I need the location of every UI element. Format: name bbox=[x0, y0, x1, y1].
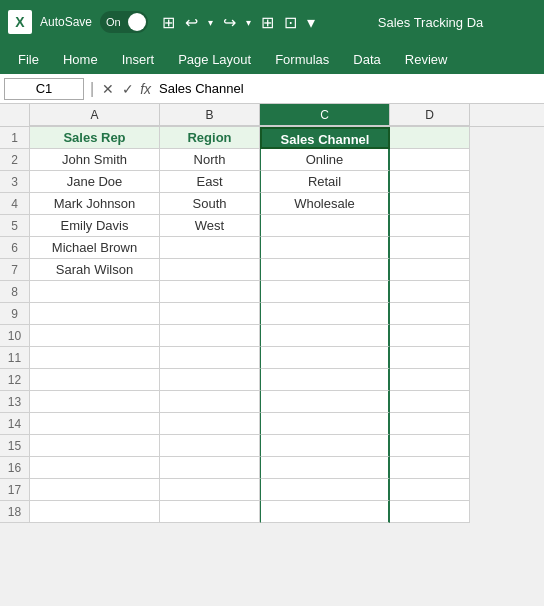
cell-D4[interactable] bbox=[390, 193, 470, 215]
cell-D15[interactable] bbox=[390, 435, 470, 457]
undo-icon[interactable]: ↩ bbox=[183, 11, 200, 34]
cell-A13[interactable] bbox=[30, 391, 160, 413]
undo-dropdown-icon[interactable]: ▾ bbox=[206, 15, 215, 30]
cell-B5[interactable]: West bbox=[160, 215, 260, 237]
cell-A3[interactable]: Jane Doe bbox=[30, 171, 160, 193]
cell-C14[interactable] bbox=[260, 413, 390, 435]
cell-C17[interactable] bbox=[260, 479, 390, 501]
confirm-icon[interactable]: ✓ bbox=[120, 81, 136, 97]
cell-C4[interactable]: Wholesale bbox=[260, 193, 390, 215]
cell-D8[interactable] bbox=[390, 281, 470, 303]
cell-A15[interactable] bbox=[30, 435, 160, 457]
col-header-C[interactable]: C bbox=[260, 104, 390, 126]
row-number: 8 bbox=[0, 281, 30, 303]
cell-C1[interactable]: Sales Channel bbox=[260, 127, 390, 149]
cell-C11[interactable] bbox=[260, 347, 390, 369]
cell-A14[interactable] bbox=[30, 413, 160, 435]
table-icon[interactable]: ⊞ bbox=[160, 11, 177, 34]
cell-D13[interactable] bbox=[390, 391, 470, 413]
cell-B10[interactable] bbox=[160, 325, 260, 347]
toggle-on-label: On bbox=[106, 16, 121, 28]
cell-B1[interactable]: Region bbox=[160, 127, 260, 149]
redo-icon[interactable]: ↪ bbox=[221, 11, 238, 34]
cell-D6[interactable] bbox=[390, 237, 470, 259]
more-icon[interactable]: ▾ bbox=[305, 11, 317, 34]
autosave-toggle[interactable]: On bbox=[100, 11, 148, 33]
cell-A16[interactable] bbox=[30, 457, 160, 479]
view-icon[interactable]: ⊡ bbox=[282, 11, 299, 34]
cell-D2[interactable] bbox=[390, 149, 470, 171]
ribbon-tab-formulas[interactable]: Formulas bbox=[265, 48, 339, 71]
cell-A5[interactable]: Emily Davis bbox=[30, 215, 160, 237]
cell-B11[interactable] bbox=[160, 347, 260, 369]
redo-dropdown-icon[interactable]: ▾ bbox=[244, 15, 253, 30]
cell-A1[interactable]: Sales Rep bbox=[30, 127, 160, 149]
formula-input[interactable] bbox=[155, 81, 540, 96]
ribbon-tab-file[interactable]: File bbox=[8, 48, 49, 71]
cell-B3[interactable]: East bbox=[160, 171, 260, 193]
cell-A11[interactable] bbox=[30, 347, 160, 369]
ribbon-tab-page layout[interactable]: Page Layout bbox=[168, 48, 261, 71]
cell-D9[interactable] bbox=[390, 303, 470, 325]
cell-D1[interactable] bbox=[390, 127, 470, 149]
cell-C15[interactable] bbox=[260, 435, 390, 457]
cell-reference-box[interactable] bbox=[4, 78, 84, 100]
ribbon-tab-home[interactable]: Home bbox=[53, 48, 108, 71]
cell-B2[interactable]: North bbox=[160, 149, 260, 171]
cell-C18[interactable] bbox=[260, 501, 390, 523]
cell-A6[interactable]: Michael Brown bbox=[30, 237, 160, 259]
cell-B12[interactable] bbox=[160, 369, 260, 391]
cell-A9[interactable] bbox=[30, 303, 160, 325]
cell-D14[interactable] bbox=[390, 413, 470, 435]
cell-D5[interactable] bbox=[390, 215, 470, 237]
table-row: 17 bbox=[0, 479, 544, 501]
cell-B8[interactable] bbox=[160, 281, 260, 303]
cell-B6[interactable] bbox=[160, 237, 260, 259]
cell-A12[interactable] bbox=[30, 369, 160, 391]
cell-C12[interactable] bbox=[260, 369, 390, 391]
cell-B13[interactable] bbox=[160, 391, 260, 413]
cell-C10[interactable] bbox=[260, 325, 390, 347]
cell-D17[interactable] bbox=[390, 479, 470, 501]
cell-A18[interactable] bbox=[30, 501, 160, 523]
col-header-B[interactable]: B bbox=[160, 104, 260, 126]
ribbon-tab-insert[interactable]: Insert bbox=[112, 48, 165, 71]
cell-C13[interactable] bbox=[260, 391, 390, 413]
cell-D18[interactable] bbox=[390, 501, 470, 523]
cell-B4[interactable]: South bbox=[160, 193, 260, 215]
grid-icon[interactable]: ⊞ bbox=[259, 11, 276, 34]
cell-D12[interactable] bbox=[390, 369, 470, 391]
cell-C2[interactable]: Online bbox=[260, 149, 390, 171]
cell-D16[interactable] bbox=[390, 457, 470, 479]
col-header-A[interactable]: A bbox=[30, 104, 160, 126]
cell-A4[interactable]: Mark Johnson bbox=[30, 193, 160, 215]
cell-B15[interactable] bbox=[160, 435, 260, 457]
cell-C9[interactable] bbox=[260, 303, 390, 325]
cell-B14[interactable] bbox=[160, 413, 260, 435]
cancel-icon[interactable]: ✕ bbox=[100, 81, 116, 97]
cell-D7[interactable] bbox=[390, 259, 470, 281]
ribbon-tab-review[interactable]: Review bbox=[395, 48, 458, 71]
cell-D10[interactable] bbox=[390, 325, 470, 347]
cell-A2[interactable]: John Smith bbox=[30, 149, 160, 171]
row-number: 2 bbox=[0, 149, 30, 171]
cell-A10[interactable] bbox=[30, 325, 160, 347]
cell-B9[interactable] bbox=[160, 303, 260, 325]
cell-C3[interactable]: Retail bbox=[260, 171, 390, 193]
cell-B18[interactable] bbox=[160, 501, 260, 523]
cell-C7[interactable] bbox=[260, 259, 390, 281]
cell-C6[interactable] bbox=[260, 237, 390, 259]
cell-A17[interactable] bbox=[30, 479, 160, 501]
cell-B16[interactable] bbox=[160, 457, 260, 479]
cell-D3[interactable] bbox=[390, 171, 470, 193]
ribbon-tab-data[interactable]: Data bbox=[343, 48, 390, 71]
cell-C16[interactable] bbox=[260, 457, 390, 479]
col-header-D[interactable]: D bbox=[390, 104, 470, 126]
cell-A7[interactable]: Sarah Wilson bbox=[30, 259, 160, 281]
cell-C8[interactable] bbox=[260, 281, 390, 303]
cell-B17[interactable] bbox=[160, 479, 260, 501]
cell-C5[interactable] bbox=[260, 215, 390, 237]
cell-D11[interactable] bbox=[390, 347, 470, 369]
cell-A8[interactable] bbox=[30, 281, 160, 303]
cell-B7[interactable] bbox=[160, 259, 260, 281]
